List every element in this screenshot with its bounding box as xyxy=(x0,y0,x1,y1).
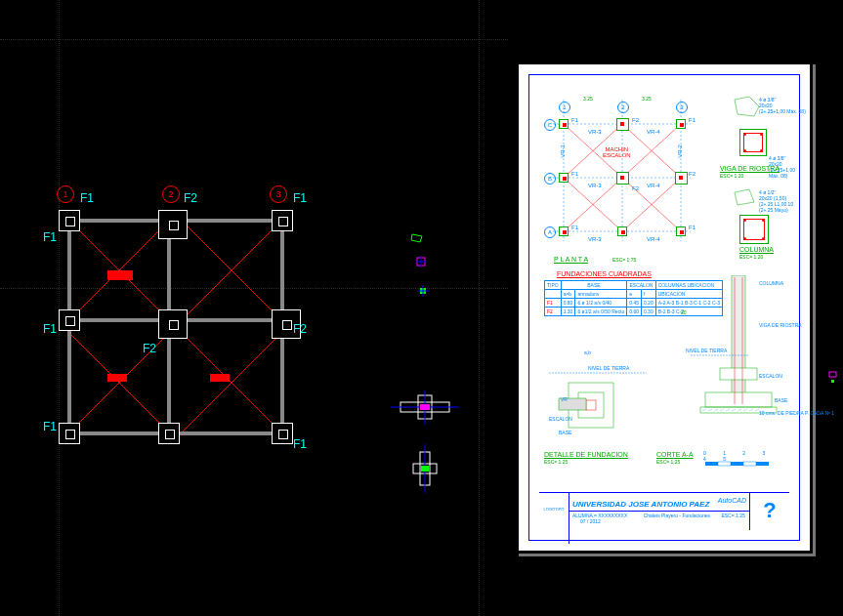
svg-rect-41 xyxy=(720,368,757,380)
svg-rect-40 xyxy=(732,275,745,402)
svg-rect-62 xyxy=(705,462,718,466)
svg-marker-39 xyxy=(735,189,754,205)
svg-line-47 xyxy=(720,409,724,411)
svg-rect-64 xyxy=(731,462,743,466)
axis-1: 1 xyxy=(57,185,74,203)
corte-aa: COLUMNA VIGA DE RIOSTRA NIVEL DE TIERRA … xyxy=(691,275,798,431)
foundation-plan xyxy=(59,210,303,454)
sheet-number: ? xyxy=(749,493,789,530)
shape-green xyxy=(410,230,424,248)
marker-green xyxy=(417,283,429,301)
software-name: AutoCAD xyxy=(718,497,746,504)
svg-line-45 xyxy=(708,409,712,411)
label-f2: F2 xyxy=(143,342,156,355)
svg-rect-19 xyxy=(420,404,430,410)
cursor-marker xyxy=(828,371,838,387)
label-f1: F1 xyxy=(43,420,57,433)
svg-line-46 xyxy=(714,409,718,411)
svg-line-50 xyxy=(738,409,741,411)
svg-line-44 xyxy=(702,409,706,411)
label-f1: F1 xyxy=(43,230,57,244)
layout-plan: 1 2 3 C B A F1 F2 F1 VR-3 VR-4 VR-1 VR-2… xyxy=(544,100,700,246)
marker-magenta xyxy=(415,254,427,271)
titleblock: LOGOTIPO UNIVERSIDAD JOSE ANTONIO PAEZ A… xyxy=(539,492,789,530)
axis-2: 2 xyxy=(162,185,180,203)
section-detail-2 xyxy=(408,444,447,497)
label-f2: F2 xyxy=(293,322,307,336)
svg-line-48 xyxy=(726,409,730,411)
axis-3: 3 xyxy=(270,185,287,203)
svg-rect-68 xyxy=(831,380,834,383)
layout-sheet: 1 2 3 C B A F1 F2 F1 VR-3 VR-4 VR-1 VR-2… xyxy=(518,63,811,552)
svg-rect-66 xyxy=(756,462,769,466)
svg-line-51 xyxy=(743,409,747,411)
svg-rect-23 xyxy=(421,466,429,472)
scale-bar: 0 1 2 3 4 5 xyxy=(705,456,783,473)
detalle-fundacion: a,b NIVEL DE TIERRA VR ESCALON BASE xyxy=(549,353,647,441)
svg-rect-65 xyxy=(743,462,756,466)
section-detail-1 xyxy=(391,390,459,433)
svg-rect-42 xyxy=(705,392,772,407)
label-f2: F2 xyxy=(184,191,197,205)
layout-border: 1 2 3 C B A F1 F2 F1 VR-3 VR-4 VR-1 VR-2… xyxy=(528,74,800,541)
svg-rect-60 xyxy=(586,400,596,410)
svg-line-52 xyxy=(749,409,753,411)
label-f1: F1 xyxy=(293,191,307,205)
model-space[interactable]: 1 2 3 F1 F2 F1 F1 F1 F2 F2 F1 F1 xyxy=(0,0,508,616)
svg-rect-67 xyxy=(829,372,836,377)
svg-line-49 xyxy=(732,409,736,411)
svg-marker-38 xyxy=(735,97,759,116)
svg-rect-63 xyxy=(718,462,731,466)
svg-marker-8 xyxy=(411,234,422,242)
layout-plan-title: P L A N T A xyxy=(554,256,588,263)
label-f1: F1 xyxy=(43,322,57,336)
label-f1: F1 xyxy=(80,191,94,205)
label-f1: F1 xyxy=(293,437,307,451)
university-name: UNIVERSIDAD JOSE ANTONIO PAEZ xyxy=(569,500,709,509)
viga-riostra-detail: 4 ø 3/8'' 20x20 (2+.25+1,00 Máx. 08) 4 ø… xyxy=(725,95,793,163)
